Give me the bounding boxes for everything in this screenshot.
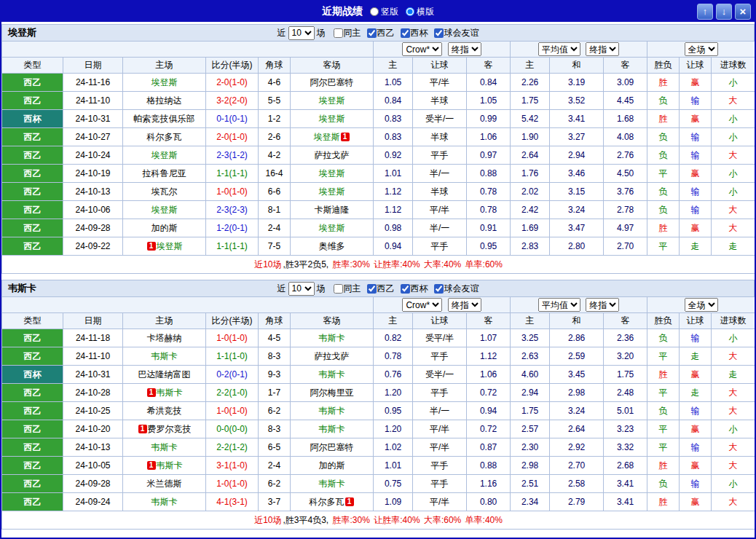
score-cell: 1-1(1-1) (206, 165, 259, 183)
vertical-layout-radio[interactable] (370, 7, 379, 16)
average-select[interactable]: 平均值 (538, 298, 580, 312)
team-name-link[interactable]: 科尔多瓦 (147, 132, 182, 142)
team-name-link[interactable]: 拉科鲁尼亚 (143, 168, 186, 178)
checkbox-球会友谊[interactable] (434, 28, 444, 38)
team-name-link[interactable]: 阿尔梅里亚 (310, 387, 354, 398)
filter-option-球会友谊[interactable]: 球会友谊 (434, 27, 479, 39)
team-name-link[interactable]: 卡塔赫纳 (147, 333, 182, 343)
checkbox-同主[interactable] (334, 28, 343, 38)
team-name-link[interactable]: 埃登斯 (314, 132, 340, 142)
filter-option-西乙[interactable]: 西乙 (367, 27, 395, 39)
filter-option-球会友谊[interactable]: 球会友谊 (434, 283, 479, 295)
layout-option-horizontal[interactable]: 横版 (406, 6, 434, 18)
team-name-link[interactable]: 加的斯 (319, 460, 345, 471)
team-name-link[interactable]: 阿尔巴塞特 (310, 442, 354, 452)
score-link[interactable]: 1-1(1-1) (216, 241, 248, 251)
score-link[interactable]: 0-2(0-1) (216, 369, 248, 379)
team-name-link[interactable]: 希洪竞技 (147, 406, 182, 416)
result-handicap: 输 (680, 475, 712, 493)
filter-option-西乙[interactable]: 西乙 (367, 283, 395, 295)
team-name-link[interactable]: 埃登斯 (319, 186, 345, 197)
team-name-link[interactable]: 埃登斯 (319, 95, 345, 106)
team-name-link[interactable]: 米兰德斯 (147, 479, 182, 489)
filter-option-同主[interactable]: 同主 (334, 283, 361, 295)
score-cell: 3-2(2-0) (206, 92, 259, 110)
layout-option-vertical[interactable]: 竖版 (370, 6, 398, 18)
team-name-link[interactable]: 埃登斯 (151, 150, 178, 160)
team-name-link[interactable]: 奥维多 (319, 241, 345, 251)
score-link[interactable]: 2-0(1-0) (216, 132, 248, 142)
team-name-link[interactable]: 埃瓦尔 (151, 186, 178, 197)
team-name-link[interactable]: 韦斯卡 (151, 351, 178, 361)
scope-select[interactable]: 全场 (685, 42, 718, 56)
move-up-button[interactable]: ↑ (697, 4, 713, 20)
team-name-link[interactable]: 埃登斯 (319, 223, 345, 233)
handicap-final-select[interactable]: 终指 (448, 298, 481, 312)
team-name-link[interactable]: 韦斯卡 (319, 369, 345, 379)
match-count-select[interactable]: 10 (288, 26, 315, 40)
team-name-link[interactable]: 埃登斯 (151, 205, 178, 215)
team-name-link[interactable]: 韦斯卡 (319, 424, 345, 434)
checkbox-球会友谊[interactable] (434, 284, 444, 294)
team-name-link[interactable]: 卡斯迪隆 (315, 205, 350, 215)
team-name-link[interactable]: 韦斯卡 (157, 460, 183, 471)
score-link[interactable]: 2-3(2-3) (216, 205, 248, 215)
checkbox-西乙[interactable] (367, 284, 377, 294)
score-link[interactable]: 1-1(1-0) (216, 351, 248, 361)
score-link[interactable]: 0-0(0-0) (216, 424, 248, 434)
team-name-link[interactable]: 萨拉戈萨 (315, 351, 350, 361)
checkbox-西杯[interactable] (401, 28, 410, 38)
team-name-link[interactable]: 韦斯卡 (151, 497, 178, 507)
team-name-link[interactable]: 埃登斯 (151, 77, 178, 87)
score-link[interactable]: 1-0(1-0) (216, 479, 248, 489)
close-button[interactable]: × (735, 4, 751, 20)
handicap-final-select[interactable]: 终指 (448, 42, 481, 56)
team-name-link[interactable]: 萨拉戈萨 (315, 150, 350, 160)
score-link[interactable]: 2-3(1-2) (216, 150, 248, 160)
score-link[interactable]: 2-0(1-0) (216, 77, 248, 87)
team-name-link[interactable]: 格拉纳达 (147, 95, 182, 106)
team-name-link[interactable]: 韦斯卡 (151, 442, 178, 452)
checkbox-西乙[interactable] (367, 28, 377, 38)
team-name-link[interactable]: 埃登斯 (319, 168, 345, 178)
scope-select[interactable]: 全场 (685, 298, 718, 312)
filter-option-西杯[interactable]: 西杯 (401, 27, 428, 39)
team-name-link[interactable]: 韦斯卡 (157, 387, 183, 398)
score-link[interactable]: 1-0(1-0) (216, 406, 248, 416)
team-name-link[interactable]: 费罗尔竞技 (148, 424, 192, 434)
checkbox-同主[interactable] (334, 284, 343, 294)
team-name-link[interactable]: 帕索竞技俱乐部 (134, 114, 195, 124)
europe-final-select[interactable]: 终指 (586, 42, 619, 56)
bookmaker-select[interactable]: Crow* (402, 298, 442, 312)
bookmaker-select[interactable]: Crow* (402, 42, 442, 56)
score-link[interactable]: 1-0(1-0) (216, 333, 248, 343)
team-name-link[interactable]: 韦斯卡 (319, 406, 345, 416)
score-link[interactable]: 2-2(1-0) (216, 387, 248, 398)
average-select[interactable]: 平均值 (538, 42, 580, 56)
team-name-link[interactable]: 埃登斯 (319, 114, 345, 124)
score-link[interactable]: 3-1(1-0) (216, 460, 248, 471)
move-down-button[interactable]: ↓ (716, 4, 732, 20)
score-link[interactable]: 3-2(2-0) (216, 95, 248, 106)
europe-final-select[interactable]: 终指 (586, 298, 619, 312)
score-link[interactable]: 2-2(1-2) (216, 442, 248, 452)
team-name-link[interactable]: 加的斯 (151, 223, 178, 233)
score-cell: 2-2(1-2) (206, 438, 259, 457)
team-name-link[interactable]: 韦斯卡 (319, 333, 345, 343)
team-name-link[interactable]: 韦斯卡 (319, 479, 345, 489)
score-link[interactable]: 1-1(1-1) (216, 168, 248, 178)
filter-option-同主[interactable]: 同主 (334, 27, 361, 39)
score-link[interactable]: 4-1(3-1) (216, 497, 248, 507)
team-name-link[interactable]: 科尔多瓦 (310, 497, 344, 507)
checkbox-西杯[interactable] (401, 284, 410, 294)
filter-option-西杯[interactable]: 西杯 (401, 283, 428, 295)
score-link[interactable]: 1-0(1-0) (216, 186, 248, 197)
team-name-link[interactable]: 埃登斯 (157, 241, 183, 251)
score-link[interactable]: 0-1(0-1) (216, 114, 248, 124)
horizontal-layout-radio[interactable] (406, 7, 414, 16)
team-name-link[interactable]: 阿尔巴塞特 (310, 77, 354, 87)
match-count-select[interactable]: 10 (288, 282, 315, 296)
summary-segment: 单率:60% (465, 259, 503, 270)
score-link[interactable]: 1-2(0-1) (216, 223, 248, 233)
team-name-link[interactable]: 巴达隆纳富图 (138, 369, 191, 379)
